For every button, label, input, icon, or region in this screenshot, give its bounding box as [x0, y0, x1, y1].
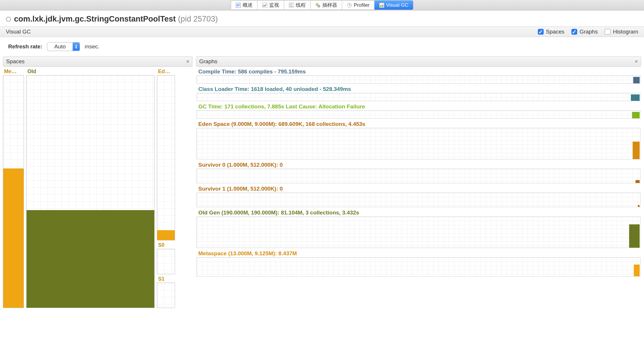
subheader: Visual GC ✓ Spaces ✓ Graphs Histogram — [0, 27, 644, 37]
graph-strip-classload — [197, 93, 640, 101]
graph-title-classload: Class Loader Time: 1618 loaded, 40 unloa… — [196, 85, 641, 93]
space-box-old — [26, 75, 155, 308]
graph-title-metaspace: Metaspace (13.000M, 9.125M): 8.437M — [196, 250, 641, 257]
graph-spike — [629, 224, 640, 248]
graph-spike — [636, 180, 640, 183]
refresh-row: Refresh rate: Auto ▲▼ msec. — [0, 37, 644, 56]
space-fill-old — [27, 210, 154, 308]
graph-compile: Compile Time: 586 compiles - 795.159ms — [196, 68, 641, 84]
graph-s0: Survivor 0 (1.000M, 512.000K): 0 — [196, 161, 641, 184]
spaces-checkbox[interactable]: ✓ Spaces — [538, 29, 564, 35]
checkbox-empty-icon — [605, 29, 610, 35]
space-fill-meta — [3, 168, 24, 308]
title-area: com.lxk.jdk.jvm.gc.StringConstantPoolTes… — [0, 10, 644, 27]
graph-title-eden: Eden Space (9.000M, 9.000M): 689.609K, 1… — [196, 120, 641, 128]
svg-rect-6 — [290, 4, 293, 4]
close-icon[interactable]: × — [635, 59, 638, 65]
tab-label: 监视 — [269, 2, 279, 8]
graphs-panel-header: Graphs × — [196, 56, 641, 67]
overview-icon — [236, 3, 241, 8]
svg-point-9 — [316, 3, 318, 6]
panel-title: Spaces — [6, 58, 24, 65]
graph-title-compile: Compile Time: 586 compiles - 795.159ms — [196, 68, 641, 75]
tab-profiler[interactable]: Profiler — [342, 1, 374, 10]
graph-classload: Class Loader Time: 1618 loaded, 40 unloa… — [196, 85, 641, 102]
refresh-unit: msec. — [85, 43, 99, 50]
space-label-meta: Me… — [3, 68, 24, 75]
space-label-old: Old — [26, 68, 155, 75]
svg-rect-7 — [290, 5, 292, 6]
clock-icon — [347, 3, 352, 8]
spaces-body: Me… Old Ed… — [3, 67, 192, 308]
graph-spike — [631, 94, 640, 101]
spaces-panel-header: Spaces × — [3, 56, 192, 67]
svg-rect-4 — [262, 3, 267, 8]
svg-rect-8 — [290, 6, 293, 7]
tab-label: 概述 — [243, 2, 253, 8]
view-options: ✓ Spaces ✓ Graphs Histogram — [538, 29, 638, 35]
space-fill-eden — [157, 230, 175, 240]
tab-label: 线程 — [296, 2, 306, 8]
graph-s1: Survivor 1 (1.000M, 512.000K): 0 — [196, 185, 641, 208]
visualgc-icon — [379, 3, 384, 8]
graph-spike — [633, 142, 640, 159]
refresh-value: Auto — [47, 43, 73, 51]
graph-spike — [632, 112, 640, 118]
graph-title-gctime: GC Time: 171 collections, 7.885s Last Ca… — [196, 103, 641, 110]
svg-rect-16 — [381, 4, 382, 7]
checkbox-label: Histogram — [613, 29, 638, 35]
tab-label: 抽样器 — [322, 2, 337, 8]
tab-label: Visual GC — [386, 2, 408, 8]
space-box-meta — [3, 75, 24, 308]
graphs-panel: Graphs × Compile Time: 586 compiles - 79… — [196, 56, 641, 308]
spaces-panel: Spaces × Me… Old Ed… — [3, 56, 192, 308]
graph-eden: Eden Space (9.000M, 9.000M): 689.609K, 1… — [196, 120, 641, 160]
tab-monitor[interactable]: 监视 — [258, 1, 284, 10]
refresh-label: Refresh rate: — [8, 43, 42, 50]
space-label-s0: S0 — [157, 242, 175, 249]
graph-strip-compile — [197, 75, 640, 84]
chevron-updown-icon: ▲▼ — [73, 43, 80, 51]
graph-strip-gctime — [197, 110, 640, 119]
graph-strip-metaspace — [197, 257, 640, 277]
svg-rect-2 — [237, 5, 240, 6]
graph-title-oldgen: Old Gen (190.000M, 190.000M): 81.104M, 3… — [196, 209, 641, 217]
space-label-s1: S1 — [157, 276, 175, 283]
space-col-s0: S0 — [157, 242, 175, 274]
space-col-young: Ed… S0 S1 — [157, 68, 175, 308]
graph-strip-s0 — [197, 169, 640, 183]
checkmark-icon: ✓ — [538, 29, 544, 35]
space-col-s1: S1 — [157, 276, 175, 308]
graph-strip-eden — [197, 128, 640, 159]
svg-point-10 — [318, 5, 320, 7]
space-col-old: Old — [26, 68, 155, 308]
close-icon[interactable]: × — [186, 59, 189, 65]
chart-icon — [262, 3, 267, 8]
tab-visualgc[interactable]: Visual GC — [374, 1, 413, 10]
graph-title-s0: Survivor 0 (1.000M, 512.000K): 0 — [196, 161, 641, 169]
svg-rect-15 — [380, 5, 381, 7]
threads-icon — [289, 3, 294, 8]
class-name: com.lxk.jdk.jvm.gc.StringConstantPoolTes… — [14, 15, 176, 23]
histogram-checkbox[interactable]: Histogram — [605, 29, 638, 35]
sampler-icon — [315, 3, 321, 8]
graph-spike — [633, 77, 640, 83]
tab-overview[interactable]: 概述 — [231, 1, 258, 10]
main-content: Spaces × Me… Old Ed… — [0, 56, 644, 308]
graph-strip-oldgen — [197, 217, 640, 248]
svg-rect-17 — [382, 5, 383, 7]
space-label-eden: Ed… — [157, 68, 175, 75]
page-title: com.lxk.jdk.jvm.gc.StringConstantPoolTes… — [14, 15, 218, 24]
space-box-s0 — [157, 249, 175, 274]
graph-strip-s1 — [197, 193, 640, 207]
graphs-checkbox[interactable]: ✓ Graphs — [571, 29, 598, 35]
graph-gctime: GC Time: 171 collections, 7.885s Last Ca… — [196, 103, 641, 119]
tab-threads[interactable]: 线程 — [284, 1, 311, 10]
panel-title: Graphs — [199, 58, 217, 65]
space-box-s1 — [157, 283, 175, 308]
checkmark-icon: ✓ — [571, 29, 577, 35]
tab-sampler[interactable]: 抽样器 — [311, 1, 342, 10]
graph-spike — [634, 265, 640, 276]
graphs-body: Compile Time: 586 compiles - 795.159msCl… — [196, 67, 641, 277]
refresh-select[interactable]: Auto ▲▼ — [47, 42, 80, 51]
